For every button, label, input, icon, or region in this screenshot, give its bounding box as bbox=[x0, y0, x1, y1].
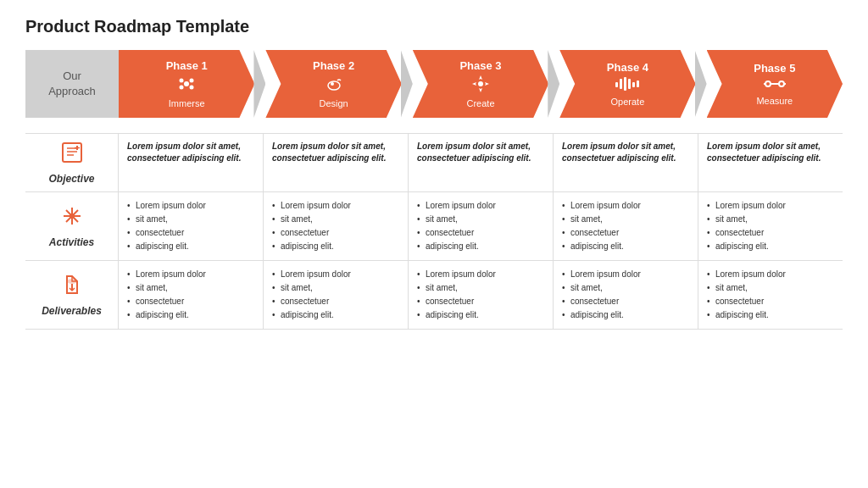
page-title: Product Roadmap Template bbox=[25, 17, 843, 36]
list-item: consectetuer bbox=[272, 295, 399, 308]
svg-point-3 bbox=[180, 86, 184, 90]
cell-deliverables-3: Lorem ipsum dolorsit amet,consectetuerad… bbox=[409, 261, 554, 329]
svg-point-0 bbox=[184, 81, 189, 86]
svg-point-7 bbox=[478, 81, 483, 86]
phase-4-name: Operate bbox=[611, 97, 645, 107]
svg-point-15 bbox=[779, 81, 784, 86]
row-cells-deliverables: Lorem ipsum dolorsit amet,consectetuerad… bbox=[119, 261, 843, 329]
svg-point-29 bbox=[70, 214, 75, 219]
list-item: Lorem ipsum dolor bbox=[562, 268, 689, 281]
list-item: adipiscing elit. bbox=[127, 308, 254, 322]
row-cells-objective: Lorem ipsum dolor sit amet, consectetuer… bbox=[119, 134, 843, 191]
phase-4-label: Phase 4 bbox=[607, 61, 648, 74]
cell-objective-5: Lorem ipsum dolor sit amet, consectetuer… bbox=[698, 134, 843, 191]
phase-1-label: Phase 1 bbox=[166, 59, 208, 72]
list-item: Lorem ipsum dolor bbox=[272, 199, 399, 213]
list-item: adipiscing elit. bbox=[417, 240, 544, 253]
list-item: adipiscing elit. bbox=[562, 240, 689, 253]
phase-2-name: Design bbox=[319, 98, 348, 108]
cell-deliverables-5: Lorem ipsum dolorsit amet,consectetuerad… bbox=[698, 261, 843, 329]
list-item: Lorem ipsum dolor bbox=[562, 199, 689, 213]
list-item: consectetuer bbox=[707, 295, 834, 308]
list-item: Lorem ipsum dolor bbox=[417, 199, 544, 213]
list-item: consectetuer bbox=[417, 226, 544, 240]
row-icon-deliverables bbox=[60, 273, 84, 302]
list-item: consectetuer bbox=[127, 295, 254, 308]
phase-2: Phase 2Design bbox=[265, 50, 401, 118]
svg-rect-11 bbox=[628, 79, 631, 89]
svg-rect-9 bbox=[620, 79, 622, 89]
cell-deliverables-2: Lorem ipsum dolorsit amet,consectetuerad… bbox=[264, 261, 409, 329]
phase-5-icon bbox=[763, 76, 787, 94]
list-item: adipiscing elit. bbox=[417, 308, 544, 322]
svg-rect-12 bbox=[632, 82, 635, 87]
svg-point-6 bbox=[331, 82, 334, 86]
row-icon-objective bbox=[60, 141, 84, 169]
list-item: consectetuer bbox=[272, 226, 399, 240]
list-item: sit amet, bbox=[272, 281, 399, 295]
list-item: consectetuer bbox=[562, 295, 689, 308]
list-item: Lorem ipsum dolor bbox=[272, 268, 399, 281]
cell-activities-4: Lorem ipsum dolorsit amet,consectetuerad… bbox=[554, 192, 698, 260]
list-item: sit amet, bbox=[562, 213, 689, 226]
phase-3-icon bbox=[470, 74, 491, 97]
row-label-deliverables: Deliverables bbox=[25, 261, 119, 329]
svg-point-1 bbox=[180, 79, 184, 83]
list-item: sit amet, bbox=[707, 281, 834, 295]
phase-5-name: Measure bbox=[756, 96, 793, 106]
list-item: sit amet, bbox=[707, 213, 834, 226]
list-item: sit amet, bbox=[562, 281, 689, 295]
table-section: ObjectiveLorem ipsum dolor sit amet, con… bbox=[25, 133, 843, 330]
svg-point-5 bbox=[328, 81, 340, 90]
list-item: Lorem ipsum dolor bbox=[417, 268, 544, 281]
cell-activities-3: Lorem ipsum dolorsit amet,consectetuerad… bbox=[409, 192, 554, 260]
list-item: consectetuer bbox=[417, 295, 544, 308]
cell-objective-2: Lorem ipsum dolor sit amet, consectetuer… bbox=[264, 134, 409, 191]
roadmap-section: OurApproach Phase 1ImmersePhase 2DesignP… bbox=[25, 50, 843, 118]
list-item: adipiscing elit. bbox=[707, 308, 834, 322]
cell-objective-1: Lorem ipsum dolor sit amet, consectetuer… bbox=[119, 134, 264, 191]
table-row-deliverables: DeliverablesLorem ipsum dolorsit amet,co… bbox=[25, 261, 843, 330]
list-item: adipiscing elit. bbox=[272, 240, 399, 253]
phase-3-name: Create bbox=[467, 98, 495, 108]
list-item: adipiscing elit. bbox=[127, 240, 254, 253]
svg-rect-10 bbox=[624, 77, 626, 91]
list-item: Lorem ipsum dolor bbox=[707, 268, 834, 281]
phase-2-icon bbox=[324, 74, 344, 97]
svg-point-4 bbox=[190, 86, 194, 90]
cell-activities-1: Lorem ipsum dolorsit amet,consectetuerad… bbox=[119, 192, 264, 260]
phase-1-name: Immerse bbox=[169, 98, 205, 108]
phase-4-icon bbox=[615, 75, 640, 95]
row-cells-activities: Lorem ipsum dolorsit amet,consectetuerad… bbox=[119, 192, 843, 260]
cell-activities-2: Lorem ipsum dolorsit amet,consectetuerad… bbox=[264, 192, 409, 260]
svg-rect-8 bbox=[615, 82, 618, 87]
phase-2-label: Phase 2 bbox=[313, 59, 354, 72]
phases-container: Phase 1ImmersePhase 2DesignPhase 3Create… bbox=[119, 50, 843, 118]
phase-3: Phase 3Create bbox=[413, 50, 548, 118]
cell-deliverables-1: Lorem ipsum dolorsit amet,consectetuerad… bbox=[119, 261, 264, 329]
row-label-text-activities: Activities bbox=[49, 236, 94, 248]
list-item: adipiscing elit. bbox=[272, 308, 399, 322]
list-item: Lorem ipsum dolor bbox=[127, 268, 254, 281]
phase-4: Phase 4Operate bbox=[559, 50, 695, 118]
svg-point-2 bbox=[190, 79, 194, 83]
list-item: sit amet, bbox=[417, 281, 544, 295]
list-item: adipiscing elit. bbox=[562, 308, 689, 322]
cell-objective-3: Lorem ipsum dolor sit amet, consectetuer… bbox=[409, 134, 554, 191]
cell-deliverables-4: Lorem ipsum dolorsit amet,consectetuerad… bbox=[554, 261, 698, 329]
list-item: adipiscing elit. bbox=[707, 240, 834, 253]
row-label-activities: Activities bbox=[25, 192, 119, 260]
row-label-text-objective: Objective bbox=[48, 173, 94, 185]
row-label-text-deliverables: Deliverables bbox=[42, 305, 102, 317]
phase-5-label: Phase 5 bbox=[754, 62, 795, 75]
list-item: sit amet, bbox=[272, 213, 399, 226]
list-item: sit amet, bbox=[417, 213, 544, 226]
table-row-objective: ObjectiveLorem ipsum dolor sit amet, con… bbox=[25, 133, 843, 192]
list-item: consectetuer bbox=[127, 226, 254, 240]
cell-activities-5: Lorem ipsum dolorsit amet,consectetuerad… bbox=[698, 192, 843, 260]
svg-rect-13 bbox=[637, 80, 639, 87]
phase-1-icon bbox=[176, 74, 197, 97]
list-item: consectetuer bbox=[562, 226, 689, 240]
table-row-activities: ActivitiesLorem ipsum dolorsit amet,cons… bbox=[25, 192, 843, 261]
svg-point-30 bbox=[67, 279, 77, 284]
